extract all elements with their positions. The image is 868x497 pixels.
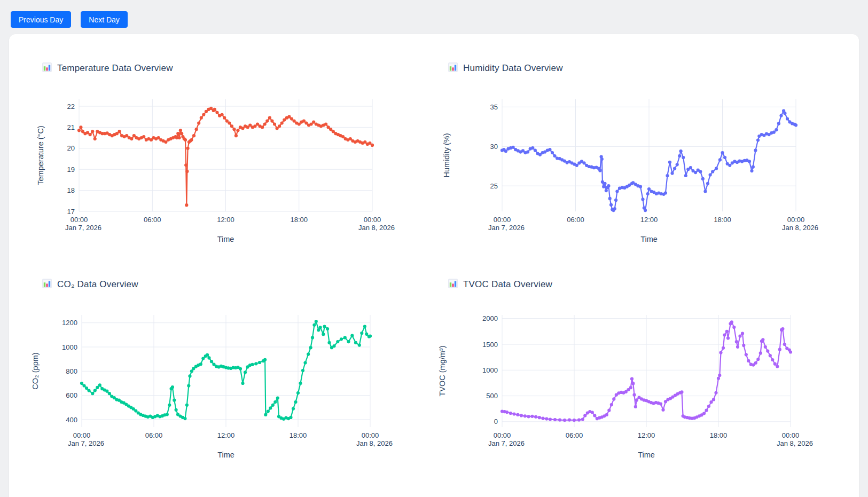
svg-text:Jan 7, 2026: Jan 7, 2026 xyxy=(488,224,525,232)
svg-text:400: 400 xyxy=(66,416,77,424)
svg-text:22: 22 xyxy=(67,102,75,111)
svg-text:0: 0 xyxy=(494,417,498,425)
svg-text:Jan 7, 2026: Jan 7, 2026 xyxy=(68,439,104,447)
svg-text:Jan 8, 2026: Jan 8, 2026 xyxy=(777,439,813,447)
svg-text:600: 600 xyxy=(66,391,77,399)
svg-text:1500: 1500 xyxy=(482,341,498,349)
tvoc-chart-header: TVOC Data Overview xyxy=(448,278,552,291)
svg-text:TVOC (mg/m³): TVOC (mg/m³) xyxy=(438,345,447,396)
co2-chart: CO₂ Data Overview 4006008001000120000:00… xyxy=(20,272,426,485)
humidity-chart-header: Humidity Data Overview xyxy=(448,62,563,75)
svg-text:18:00: 18:00 xyxy=(714,216,731,224)
svg-text:00:00: 00:00 xyxy=(364,216,381,224)
svg-text:Jan 8, 2026: Jan 8, 2026 xyxy=(356,439,393,447)
svg-text:Temperature (°C): Temperature (°C) xyxy=(36,125,45,185)
bar-chart-icon xyxy=(448,62,458,75)
temperature-chart: Temperature Data Overview 17181920212200… xyxy=(20,56,426,269)
svg-text:00:00: 00:00 xyxy=(782,431,800,439)
svg-text:Jan 8, 2026: Jan 8, 2026 xyxy=(782,224,818,232)
svg-text:20: 20 xyxy=(67,144,75,152)
svg-text:Time: Time xyxy=(217,451,234,459)
svg-text:21: 21 xyxy=(67,123,75,131)
svg-text:800: 800 xyxy=(66,367,77,375)
svg-text:1000: 1000 xyxy=(62,343,77,351)
svg-text:Time: Time xyxy=(640,235,658,243)
svg-text:Time: Time xyxy=(638,451,655,459)
co2-plot-area[interactable]: 4006008001000120000:00Jan 7, 202606:0012… xyxy=(20,272,426,485)
svg-text:00:00: 00:00 xyxy=(71,216,88,224)
svg-text:17: 17 xyxy=(67,208,75,216)
humidity-chart: Humidity Data Overview 25303500:00Jan 7,… xyxy=(426,56,832,269)
svg-text:Jan 7, 2026: Jan 7, 2026 xyxy=(65,224,101,232)
svg-text:2000: 2000 xyxy=(482,314,498,322)
temperature-chart-header: Temperature Data Overview xyxy=(42,62,173,75)
chart-title: Temperature Data Overview xyxy=(57,63,173,74)
svg-text:00:00: 00:00 xyxy=(362,431,379,439)
svg-text:500: 500 xyxy=(486,392,498,400)
svg-text:25: 25 xyxy=(490,182,498,190)
chart-title: TVOC Data Overview xyxy=(463,279,552,290)
svg-text:30: 30 xyxy=(490,143,498,151)
svg-text:12:00: 12:00 xyxy=(217,216,234,224)
tvoc-plot-area[interactable]: 050010001500200000:00Jan 7, 202606:0012:… xyxy=(426,272,832,485)
svg-text:Jan 8, 2026: Jan 8, 2026 xyxy=(358,224,395,232)
svg-text:00:00: 00:00 xyxy=(787,216,805,224)
humidity-plot-area[interactable]: 25303500:00Jan 7, 202606:0012:0018:0000:… xyxy=(426,56,832,269)
co2-chart-header: CO₂ Data Overview xyxy=(42,278,138,291)
svg-text:06:00: 06:00 xyxy=(145,431,163,439)
next-day-button[interactable]: Next Day xyxy=(81,11,128,28)
bar-chart-icon xyxy=(42,278,52,291)
svg-text:18:00: 18:00 xyxy=(290,216,308,224)
svg-text:1000: 1000 xyxy=(482,366,498,374)
temperature-plot-area[interactable]: 17181920212200:00Jan 7, 202606:0012:0018… xyxy=(20,56,426,269)
svg-text:00:00: 00:00 xyxy=(494,431,511,439)
svg-text:12:00: 12:00 xyxy=(217,431,235,439)
svg-text:19: 19 xyxy=(67,165,75,173)
svg-text:18:00: 18:00 xyxy=(710,431,728,439)
previous-day-button[interactable]: Previous Day xyxy=(11,11,71,28)
svg-text:06:00: 06:00 xyxy=(566,431,583,439)
bar-chart-icon xyxy=(42,62,52,75)
chart-title: CO₂ Data Overview xyxy=(57,279,138,290)
svg-text:Jan 7, 2026: Jan 7, 2026 xyxy=(488,439,525,447)
svg-text:12:00: 12:00 xyxy=(640,216,658,224)
tvoc-chart: TVOC Data Overview 050010001500200000:00… xyxy=(426,272,832,485)
dashboard-page: Previous Day Next Day Temperature Data O… xyxy=(0,0,868,28)
day-navigation-toolbar: Previous Day Next Day xyxy=(0,0,868,28)
svg-text:Humidity (%): Humidity (%) xyxy=(442,133,451,178)
svg-text:12:00: 12:00 xyxy=(638,431,655,439)
svg-text:06:00: 06:00 xyxy=(144,216,161,224)
svg-text:00:00: 00:00 xyxy=(494,216,511,224)
bar-chart-icon xyxy=(448,278,458,291)
svg-text:18: 18 xyxy=(67,186,75,194)
svg-text:1200: 1200 xyxy=(62,319,77,327)
svg-text:18:00: 18:00 xyxy=(290,431,307,439)
svg-text:00:00: 00:00 xyxy=(73,431,91,439)
svg-text:35: 35 xyxy=(490,103,498,111)
svg-text:Time: Time xyxy=(217,235,234,243)
svg-text:06:00: 06:00 xyxy=(567,216,584,224)
svg-text:CO₂ (ppm): CO₂ (ppm) xyxy=(31,352,40,389)
charts-card: Temperature Data Overview 17181920212200… xyxy=(9,34,859,497)
chart-title: Humidity Data Overview xyxy=(463,63,563,74)
